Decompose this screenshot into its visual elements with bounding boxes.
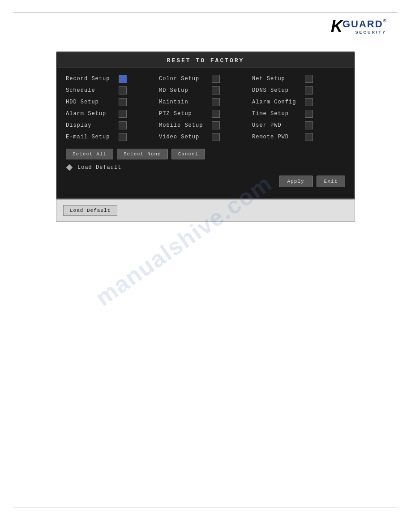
settings-col-2: Mobile Setup (159, 121, 252, 129)
screen-title: RESET TO FACTORY (167, 57, 244, 64)
settings-col-2: PTZ Setup (159, 110, 252, 118)
settings-row: Display Mobile Setup User PWD (66, 121, 345, 129)
settings-col-1: Schedule (66, 86, 159, 94)
checkbox-remote-pwd[interactable] (305, 133, 313, 141)
select-buttons-row: Select All Select None Cancel (66, 146, 345, 159)
label-hdd-setup: HDD Setup (66, 99, 115, 105)
settings-col-1: E-mail Setup (66, 133, 159, 141)
label-schedule: Schedule (66, 87, 115, 94)
checkbox-user-pwd[interactable] (305, 121, 313, 129)
checkbox-ddns-setup[interactable] (305, 86, 313, 94)
checkbox-color-setup[interactable] (212, 75, 220, 83)
settings-col-3: Net Setup (252, 75, 345, 83)
logo-guard: GUARD ® SECURITY (342, 18, 386, 34)
label-record-setup: Record Setup (66, 76, 115, 82)
bottom-divider (13, 507, 398, 507)
settings-col-3: User PWD (252, 121, 345, 129)
second-divider (13, 45, 398, 45)
settings-col-1: HDD Setup (66, 98, 159, 106)
settings-col-3: Alarm Config (252, 98, 345, 106)
label-ddns-setup: DDNS Setup (252, 87, 301, 94)
label-display: Display (66, 122, 115, 129)
label-alarm-setup: Alarm Setup (66, 111, 115, 117)
checkbox-mobile-setup[interactable] (212, 121, 220, 129)
screen-body: Record Setup Color Setup Net Setup (57, 68, 354, 198)
label-alarm-config: Alarm Config (252, 99, 301, 105)
label-mobile-setup: Mobile Setup (159, 122, 208, 129)
logo-container: K GUARD ® SECURITY (331, 17, 386, 36)
checkbox-ptz-setup[interactable] (212, 110, 220, 118)
svg-marker-0 (66, 164, 73, 171)
checkbox-schedule[interactable] (119, 86, 127, 94)
label-time-setup: Time Setup (252, 111, 301, 117)
logo-guard-text: GUARD (342, 18, 383, 30)
label-remote-pwd: Remote PWD (252, 134, 301, 140)
checkbox-net-setup[interactable] (305, 75, 313, 83)
checkbox-hdd-setup[interactable] (119, 98, 127, 106)
apply-button[interactable]: Apply (279, 176, 313, 187)
below-screen-area: Load Default (56, 199, 355, 222)
exit-button[interactable]: Exit (317, 176, 345, 187)
checkbox-time-setup[interactable] (305, 110, 313, 118)
label-net-setup: Net Setup (252, 76, 301, 82)
checkbox-video-setup[interactable] (212, 133, 220, 141)
settings-row: Alarm Setup PTZ Setup Time Setup (66, 110, 345, 118)
load-default-row: Load Default (66, 164, 345, 171)
logo-reg: ® (383, 18, 386, 23)
settings-row: Schedule MD Setup DDNS Setup (66, 86, 345, 94)
checkbox-record-setup[interactable] (119, 75, 127, 83)
logo-k: K (331, 17, 342, 36)
label-user-pwd: User PWD (252, 122, 301, 129)
screen-title-bar: RESET TO FACTORY (57, 52, 354, 68)
label-color-setup: Color Setup (159, 76, 208, 82)
checkbox-maintain[interactable] (212, 98, 220, 106)
dvr-screen: RESET TO FACTORY Record Setup Color Setu… (56, 51, 355, 199)
top-divider (13, 13, 398, 13)
action-row: Apply Exit (66, 176, 345, 192)
settings-col-2: Video Setup (159, 133, 252, 141)
load-default-below-button[interactable]: Load Default (63, 205, 117, 216)
diamond-icon (66, 164, 73, 171)
settings-col-3: Remote PWD (252, 133, 345, 141)
settings-row: HDD Setup Maintain Alarm Config (66, 98, 345, 106)
select-none-button[interactable]: Select None (117, 149, 168, 159)
label-md-setup: MD Setup (159, 87, 208, 94)
checkbox-alarm-config[interactable] (305, 98, 313, 106)
settings-row: Record Setup Color Setup Net Setup (66, 75, 345, 83)
label-ptz-setup: PTZ Setup (159, 111, 208, 117)
settings-grid: Record Setup Color Setup Net Setup (66, 75, 345, 141)
logo-security: SECURITY (342, 30, 386, 34)
label-maintain: Maintain (159, 99, 208, 105)
checkbox-alarm-setup[interactable] (119, 110, 127, 118)
label-email-setup: E-mail Setup (66, 134, 115, 140)
main-content: RESET TO FACTORY Record Setup Color Setu… (56, 51, 355, 222)
settings-col-2: MD Setup (159, 86, 252, 94)
select-all-button[interactable]: Select All (66, 149, 113, 159)
load-default-label: Load Default (77, 164, 121, 171)
checkbox-md-setup[interactable] (212, 86, 220, 94)
settings-col-2: Color Setup (159, 75, 252, 83)
settings-col-3: DDNS Setup (252, 86, 345, 94)
settings-col-1: Alarm Setup (66, 110, 159, 118)
settings-col-1: Display (66, 121, 159, 129)
settings-col-1: Record Setup (66, 75, 159, 83)
settings-row: E-mail Setup Video Setup Remote PWD (66, 133, 345, 141)
checkbox-display[interactable] (119, 121, 127, 129)
checkbox-email-setup[interactable] (119, 133, 127, 141)
settings-col-3: Time Setup (252, 110, 345, 118)
cancel-button[interactable]: Cancel (171, 149, 206, 159)
label-video-setup: Video Setup (159, 134, 208, 140)
settings-col-2: Maintain (159, 98, 252, 106)
